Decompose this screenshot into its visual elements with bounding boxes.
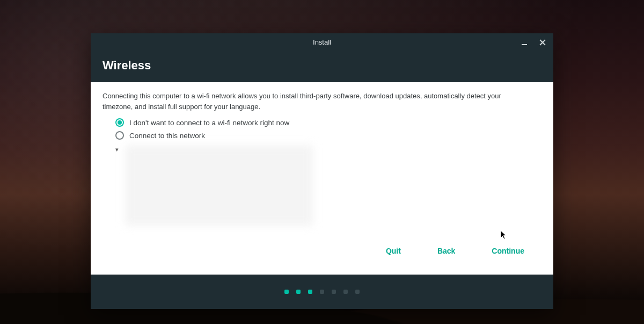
close-button[interactable] — [535, 35, 550, 50]
radio-connect-label: Connect to this network — [129, 132, 205, 140]
minimize-icon — [521, 39, 528, 46]
minimize-button[interactable] — [517, 35, 532, 50]
progress-dot — [308, 290, 312, 294]
continue-button[interactable]: Continue — [489, 243, 526, 258]
network-selector: ▾ — [115, 145, 541, 226]
close-icon — [539, 39, 546, 46]
content-area: Connecting this computer to a wi-fi netw… — [91, 82, 553, 275]
radio-connect[interactable]: Connect to this network — [115, 129, 541, 142]
svg-rect-0 — [522, 44, 527, 45]
radio-no-connect-label: I don't want to connect to a wi-fi netwo… — [129, 119, 289, 127]
page-heading: Wireless — [91, 51, 553, 82]
radio-icon — [115, 131, 124, 140]
quit-button[interactable]: Quit — [384, 243, 403, 258]
radio-icon — [115, 118, 124, 127]
radio-no-connect[interactable]: I don't want to connect to a wi-fi netwo… — [115, 116, 541, 129]
network-list[interactable] — [125, 145, 313, 226]
window-controls — [517, 33, 550, 51]
footer-buttons: Quit Back Continue — [103, 239, 541, 268]
progress-dot — [343, 290, 348, 294]
wifi-options: I don't want to connect to a wi-fi netwo… — [103, 116, 541, 142]
back-button[interactable]: Back — [435, 243, 457, 258]
progress-dot — [355, 290, 360, 294]
progress-dot — [332, 290, 336, 294]
installer-window: Install Wireless Connecting this compute… — [91, 33, 553, 309]
window-title: Install — [313, 38, 331, 46]
progress-dot — [296, 290, 301, 294]
chevron-down-icon[interactable]: ▾ — [115, 145, 121, 153]
progress-dots — [91, 275, 553, 309]
titlebar: Install — [91, 33, 553, 51]
page-description: Connecting this computer to a wi-fi netw… — [103, 91, 526, 112]
progress-dot — [284, 290, 289, 294]
progress-dot — [320, 290, 324, 294]
